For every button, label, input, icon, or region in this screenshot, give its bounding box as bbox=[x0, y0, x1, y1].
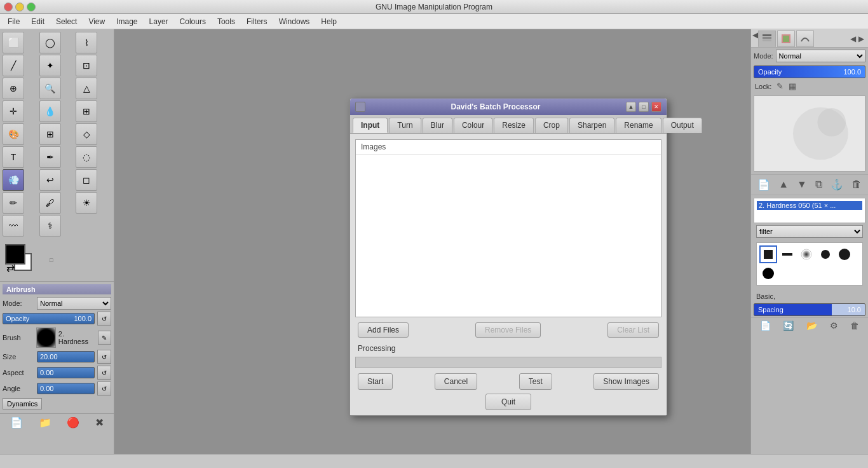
menu-file[interactable]: File bbox=[3, 16, 25, 27]
dialog-close-btn[interactable]: ✕ bbox=[651, 102, 661, 112]
tool-airbrush[interactable]: 💨 bbox=[3, 169, 24, 191]
tool-color-picker[interactable]: 💧 bbox=[39, 100, 61, 122]
new-image-icon[interactable]: 📄 bbox=[10, 416, 23, 429]
tool-eraser[interactable]: ◻ bbox=[76, 169, 97, 191]
brushes-refresh-icon[interactable]: 🔄 bbox=[783, 320, 794, 331]
layer-new-icon[interactable]: 📄 bbox=[755, 177, 773, 192]
brushes-prefs-icon[interactable]: ⚙ bbox=[830, 320, 838, 331]
menu-edit[interactable]: Edit bbox=[26, 16, 50, 27]
tool-measure[interactable]: △ bbox=[76, 78, 97, 99]
tab-output[interactable]: Output bbox=[663, 118, 702, 133]
brush-selected-item[interactable]: 2. Hardness 050 (51 × ... bbox=[757, 201, 862, 210]
menu-view[interactable]: View bbox=[83, 16, 110, 27]
tool-foreground[interactable]: ⊕ bbox=[3, 78, 24, 99]
right-tab-paths[interactable] bbox=[796, 31, 814, 47]
dialog-shade-btn[interactable]: ▲ bbox=[626, 102, 636, 112]
tool-heal[interactable]: ⊞ bbox=[76, 100, 97, 122]
tool-blur[interactable]: ◌ bbox=[76, 146, 97, 168]
size-spin[interactable]: 20.00 bbox=[37, 351, 95, 362]
show-images-button[interactable]: Show Images bbox=[593, 373, 659, 390]
tool-fill[interactable]: 🎨 bbox=[3, 123, 24, 145]
brush-edit-button[interactable]: ✎ bbox=[98, 331, 111, 345]
tool-text[interactable]: T bbox=[3, 146, 24, 168]
brush-cell-5[interactable] bbox=[836, 245, 853, 263]
size-reset[interactable]: ↺ bbox=[97, 350, 111, 364]
tab-crop[interactable]: Crop bbox=[535, 118, 568, 133]
opacity-slider[interactable]: Opacity 100.0 bbox=[3, 313, 95, 324]
tool-ink[interactable]: 🖋 bbox=[39, 192, 61, 214]
dynamics-btn[interactable]: Dynamics bbox=[3, 398, 42, 410]
brushes-delete-icon[interactable]: 🗑 bbox=[850, 320, 859, 331]
quit-button[interactable]: Quit bbox=[485, 394, 531, 410]
layer-raise-icon[interactable]: ▲ bbox=[776, 177, 791, 192]
tool-ellipse-select[interactable]: ◯ bbox=[39, 32, 61, 53]
tool-pencil2[interactable]: ✏ bbox=[3, 192, 24, 214]
tab-rename[interactable]: Rename bbox=[616, 118, 661, 133]
right-nav-right[interactable]: ▶ bbox=[858, 34, 864, 43]
angle-reset[interactable]: ↺ bbox=[97, 382, 111, 396]
tool-lasso[interactable]: ⌇ bbox=[76, 32, 97, 53]
right-tab-channels[interactable] bbox=[777, 31, 795, 47]
right-nav-left[interactable]: ◀ bbox=[850, 34, 856, 43]
test-button[interactable]: Test bbox=[519, 373, 552, 390]
filter-select[interactable]: filter bbox=[756, 225, 863, 238]
tool-fuzzy[interactable]: ✦ bbox=[39, 55, 61, 76]
maximize-button[interactable] bbox=[27, 3, 36, 11]
layer-anchor-icon[interactable]: ⚓ bbox=[828, 177, 846, 192]
brushes-new-icon[interactable]: 📄 bbox=[760, 320, 771, 331]
quit-icon[interactable]: ✖ bbox=[95, 416, 104, 429]
close-button[interactable] bbox=[4, 3, 13, 11]
prefs-icon[interactable]: 🔴 bbox=[67, 416, 79, 429]
menu-select[interactable]: Select bbox=[51, 16, 82, 27]
mode-select[interactable]: Normal bbox=[37, 297, 111, 310]
clear-list-button[interactable]: Clear List bbox=[607, 322, 659, 338]
layer-duplicate-icon[interactable]: ⧉ bbox=[813, 177, 825, 192]
tool-move[interactable]: ✛ bbox=[3, 100, 24, 122]
add-files-button[interactable]: Add Files bbox=[358, 322, 409, 338]
tool-rect-select[interactable]: ⬜ bbox=[3, 32, 24, 53]
tool-clone[interactable]: ⊞ bbox=[39, 123, 61, 145]
layers-mode-select[interactable]: Normal bbox=[776, 50, 865, 62]
brush-cell-4[interactable] bbox=[817, 245, 834, 263]
layer-delete-icon[interactable]: 🗑 bbox=[849, 177, 864, 192]
images-listbox[interactable]: Images bbox=[355, 139, 661, 317]
lock-paint-icon[interactable]: ✎ bbox=[776, 81, 783, 91]
left-nav-arrow[interactable]: ◀ bbox=[752, 31, 758, 47]
menu-windows[interactable]: Windows bbox=[274, 16, 315, 27]
remove-files-button[interactable]: Remove Files bbox=[475, 322, 541, 338]
brush-cell-3[interactable] bbox=[797, 245, 815, 263]
tab-sharpen[interactable]: Sharpen bbox=[569, 118, 614, 133]
tool-heal2[interactable]: ⚕ bbox=[39, 215, 61, 237]
menu-image[interactable]: Image bbox=[111, 16, 142, 27]
menu-filters[interactable]: Filters bbox=[241, 16, 273, 27]
tab-turn[interactable]: Turn bbox=[389, 118, 421, 133]
brush-cell-6[interactable] bbox=[759, 265, 777, 282]
tool-smudge[interactable]: ↩ bbox=[39, 169, 61, 191]
start-button[interactable]: Start bbox=[358, 373, 393, 390]
minimize-button[interactable] bbox=[15, 3, 24, 11]
tab-blur[interactable]: Blur bbox=[423, 118, 452, 133]
menu-layer[interactable]: Layer bbox=[144, 16, 173, 27]
spacing-bar[interactable]: Spacing 10.0 bbox=[754, 303, 865, 316]
menu-help[interactable]: Help bbox=[316, 16, 342, 27]
brushes-open-icon[interactable]: 📂 bbox=[806, 320, 817, 331]
lock-alpha-icon[interactable]: ▦ bbox=[789, 81, 796, 91]
tab-input[interactable]: Input bbox=[353, 118, 388, 133]
brush-cell-2[interactable] bbox=[778, 245, 796, 263]
tool-perspective[interactable]: ◇ bbox=[76, 123, 97, 145]
layer-lower-icon[interactable]: ▼ bbox=[794, 177, 810, 192]
tool-warp[interactable]: 〰 bbox=[3, 215, 24, 237]
menu-colours[interactable]: Colours bbox=[175, 16, 211, 27]
right-tab-layers[interactable] bbox=[758, 31, 776, 47]
open-image-icon[interactable]: 📁 bbox=[39, 416, 51, 429]
aspect-spin[interactable]: 0.00 bbox=[37, 367, 95, 378]
dialog-maximize-btn[interactable]: □ bbox=[639, 102, 649, 112]
tool-free-select[interactable]: ⊡ bbox=[76, 55, 97, 76]
tab-colour[interactable]: Colour bbox=[454, 118, 492, 133]
aspect-reset[interactable]: ↺ bbox=[97, 366, 111, 380]
tool-zoom[interactable]: 🔍 bbox=[39, 78, 61, 99]
menu-tools[interactable]: Tools bbox=[212, 16, 240, 27]
right-opacity-bar[interactable]: Opacity 100.0 bbox=[754, 65, 865, 78]
brush-cell-1[interactable] bbox=[759, 245, 777, 263]
opacity-reset[interactable]: ↺ bbox=[97, 312, 111, 326]
